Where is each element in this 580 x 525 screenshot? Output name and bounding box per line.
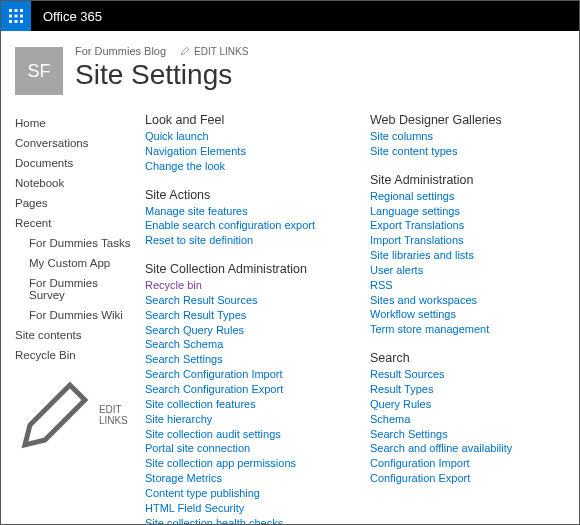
svg-rect-5 <box>20 15 23 18</box>
settings-link[interactable]: Site columns <box>370 129 565 144</box>
settings-link[interactable]: Workflow settings <box>370 307 565 322</box>
settings-column-1: Look and FeelQuick launchNavigation Elem… <box>145 113 340 525</box>
settings-link[interactable]: Navigation Elements <box>145 144 340 159</box>
app-launcher-button[interactable] <box>1 1 31 31</box>
nav-item[interactable]: Recycle Bin <box>15 345 135 365</box>
settings-column-2: Web Designer GalleriesSite columnsSite c… <box>370 113 565 525</box>
section-heading: Site Actions <box>145 188 340 202</box>
section-heading: Web Designer Galleries <box>370 113 565 127</box>
svg-rect-2 <box>20 9 23 12</box>
settings-link[interactable]: Storage Metrics <box>145 471 340 486</box>
settings-section: SearchResult SourcesResult TypesQuery Ru… <box>370 351 565 486</box>
nav-item[interactable]: Site contents <box>15 325 135 345</box>
top-bar: Office 365 <box>1 1 579 31</box>
svg-rect-7 <box>15 20 18 23</box>
svg-rect-1 <box>15 9 18 12</box>
edit-links-top[interactable]: EDIT LINKS <box>180 46 248 57</box>
svg-rect-3 <box>9 15 12 18</box>
settings-section: Site ActionsManage site featuresEnable s… <box>145 188 340 249</box>
settings-section: Look and FeelQuick launchNavigation Elem… <box>145 113 340 174</box>
settings-link[interactable]: Search and offline availability <box>370 441 565 456</box>
section-heading: Site Administration <box>370 173 565 187</box>
nav-item[interactable]: Recent <box>15 213 135 233</box>
settings-link[interactable]: RSS <box>370 278 565 293</box>
pencil-icon <box>180 46 190 56</box>
nav-item[interactable]: My Custom App <box>15 253 135 273</box>
settings-link[interactable]: Reset to site definition <box>145 233 340 248</box>
section-heading: Search <box>370 351 565 365</box>
settings-link[interactable]: Configuration Export <box>370 471 565 486</box>
settings-link[interactable]: Search Configuration Import <box>145 367 340 382</box>
settings-link[interactable]: Import Translations <box>370 233 565 248</box>
settings-link[interactable]: Sites and workspaces <box>370 293 565 308</box>
breadcrumb: For Dummies Blog EDIT LINKS <box>75 45 248 57</box>
settings-link[interactable]: Site collection health checks <box>145 516 340 525</box>
nav-item[interactable]: Notebook <box>15 173 135 193</box>
settings-link[interactable]: Result Sources <box>370 367 565 382</box>
section-heading: Site Collection Administration <box>145 262 340 276</box>
settings-section: Site Collection AdministrationRecycle bi… <box>145 262 340 525</box>
site-logo: SF <box>15 47 63 95</box>
edit-links-leftnav[interactable]: EDIT LINKS <box>15 375 135 455</box>
settings-link[interactable]: Change the look <box>145 159 340 174</box>
svg-rect-8 <box>20 20 23 23</box>
settings-link[interactable]: Site collection audit settings <box>145 427 340 442</box>
settings-link[interactable]: Search Query Rules <box>145 323 340 338</box>
svg-rect-6 <box>9 20 12 23</box>
nav-item[interactable]: Home <box>15 113 135 133</box>
pencil-icon <box>15 375 95 455</box>
settings-link[interactable]: Site content types <box>370 144 565 159</box>
settings-link[interactable]: Configuration Import <box>370 456 565 471</box>
settings-link[interactable]: Schema <box>370 412 565 427</box>
settings-link[interactable]: Manage site features <box>145 204 340 219</box>
settings-link[interactable]: Search Settings <box>145 352 340 367</box>
waffle-icon <box>9 9 23 23</box>
nav-item[interactable]: Conversations <box>15 133 135 153</box>
settings-link[interactable]: Query Rules <box>370 397 565 412</box>
page-title: Site Settings <box>75 59 248 91</box>
settings-link[interactable]: Portal site connection <box>145 441 340 456</box>
settings-link[interactable]: Regional settings <box>370 189 565 204</box>
brand-label: Office 365 <box>43 9 102 24</box>
edit-links-label: EDIT LINKS <box>194 46 248 57</box>
nav-item[interactable]: For Dummies Survey <box>15 273 135 305</box>
nav-item[interactable]: Pages <box>15 193 135 213</box>
nav-item[interactable]: Documents <box>15 153 135 173</box>
settings-link[interactable]: Search Result Types <box>145 308 340 323</box>
settings-link[interactable]: Export Translations <box>370 218 565 233</box>
settings-link[interactable]: Search Schema <box>145 337 340 352</box>
settings-link[interactable]: Quick launch <box>145 129 340 144</box>
settings-link[interactable]: HTML Field Security <box>145 501 340 516</box>
settings-link[interactable]: Result Types <box>370 382 565 397</box>
nav-item[interactable]: For Dummies Tasks <box>15 233 135 253</box>
settings-link[interactable]: Site libraries and lists <box>370 248 565 263</box>
svg-rect-0 <box>9 9 12 12</box>
settings-link[interactable]: Site collection app permissions <box>145 456 340 471</box>
settings-link[interactable]: Enable search configuration export <box>145 218 340 233</box>
svg-rect-4 <box>15 15 18 18</box>
settings-link[interactable]: Search Configuration Export <box>145 382 340 397</box>
breadcrumb-site[interactable]: For Dummies Blog <box>75 45 166 57</box>
section-heading: Look and Feel <box>145 113 340 127</box>
settings-link[interactable]: Content type publishing <box>145 486 340 501</box>
left-nav: HomeConversationsDocumentsNotebookPagesR… <box>15 113 135 525</box>
settings-link[interactable]: Search Settings <box>370 427 565 442</box>
settings-section: Web Designer GalleriesSite columnsSite c… <box>370 113 565 159</box>
settings-link[interactable]: Site collection features <box>145 397 340 412</box>
settings-link[interactable]: Term store management <box>370 322 565 337</box>
page-header: SF For Dummies Blog EDIT LINKS Site Sett… <box>15 41 565 95</box>
settings-link[interactable]: User alerts <box>370 263 565 278</box>
settings-link[interactable]: Search Result Sources <box>145 293 340 308</box>
settings-link[interactable]: Recycle bin <box>145 278 340 293</box>
settings-link[interactable]: Language settings <box>370 204 565 219</box>
settings-section: Site AdministrationRegional settingsLang… <box>370 173 565 337</box>
settings-link[interactable]: Site hierarchy <box>145 412 340 427</box>
nav-item[interactable]: For Dummies Wiki <box>15 305 135 325</box>
